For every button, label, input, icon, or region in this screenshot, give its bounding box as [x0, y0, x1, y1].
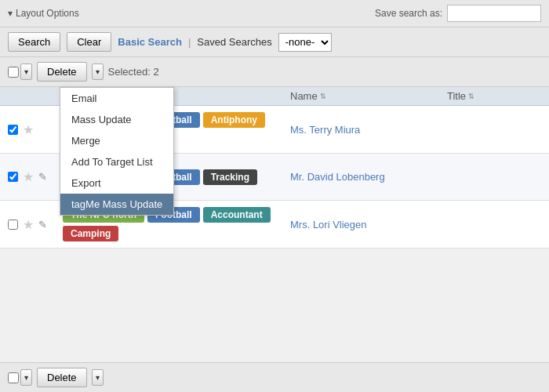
- save-search-area: Save search as:: [375, 5, 541, 22]
- person-name-link[interactable]: Mr. David Lobenberg: [290, 171, 385, 183]
- edit-icon[interactable]: ✎: [38, 171, 47, 183]
- row-check-cell: ★✎: [8, 217, 63, 232]
- saved-searches-label: Saved Searches: [197, 36, 271, 48]
- tag-item[interactable]: Tracking: [203, 169, 257, 185]
- delete-button[interactable]: Delete: [37, 62, 87, 82]
- bottom-delete-button[interactable]: Delete: [37, 368, 87, 387]
- th-title-sort[interactable]: ⇅: [468, 93, 474, 100]
- bottom-bar: ▾ Delete ▾: [0, 362, 549, 392]
- layout-options-label: Layout Options: [16, 8, 79, 19]
- person-name-link[interactable]: Ms. Terry Miura: [290, 124, 360, 136]
- saved-searches-select[interactable]: -none-: [278, 33, 332, 52]
- tag-item[interactable]: Accountant: [203, 207, 271, 223]
- person-name-link[interactable]: Mrs. Lori Vliegen: [290, 219, 367, 230]
- star-icon[interactable]: ★: [23, 169, 34, 184]
- row-checkbox[interactable]: [8, 220, 18, 230]
- row-name-cell: Mrs. Lori Vliegen: [290, 219, 447, 230]
- row-check-cell: ★: [8, 122, 63, 137]
- th-name-label: Name: [290, 90, 318, 102]
- th-title-label: Title: [447, 90, 466, 102]
- th-name-sort[interactable]: ⇅: [320, 93, 326, 100]
- selected-count: Selected: 2: [108, 66, 159, 78]
- select-all-checkbox[interactable]: [8, 67, 19, 78]
- clear-button[interactable]: Clear: [67, 32, 111, 52]
- separator: |: [188, 36, 191, 48]
- menu-item-email[interactable]: Email: [60, 88, 173, 109]
- row-check-cell: ★✎: [8, 169, 63, 184]
- menu-item-export[interactable]: Export: [60, 172, 173, 194]
- star-icon[interactable]: ★: [23, 122, 34, 137]
- dropdown-menu: Email Mass Update Merge Add To Target Li…: [60, 87, 174, 216]
- basic-search-link[interactable]: Basic Search: [118, 36, 182, 48]
- th-name: Name ⇅: [290, 90, 447, 102]
- menu-item-mass-update[interactable]: Mass Update: [60, 109, 173, 130]
- bottom-delete-arrow[interactable]: ▾: [92, 369, 104, 386]
- layout-options: ▾ Layout Options: [8, 8, 79, 19]
- edit-icon[interactable]: ✎: [38, 219, 47, 230]
- save-search-label: Save search as:: [375, 8, 442, 19]
- delete-dropdown-arrow[interactable]: ▾: [92, 64, 104, 80]
- bottom-select-checkbox[interactable]: [8, 372, 19, 383]
- menu-item-add-target[interactable]: Add To Target List: [60, 151, 173, 172]
- row-name-cell: Ms. Terry Miura: [290, 124, 447, 136]
- bottom-select-wrapper[interactable]: ▾: [8, 369, 32, 386]
- menu-item-merge[interactable]: Merge: [60, 130, 173, 151]
- row-name-cell: Mr. David Lobenberg: [290, 171, 447, 183]
- row-checkbox[interactable]: [8, 172, 18, 182]
- toolbar: ▾ Delete ▾ Selected: 2 Email Mass Update…: [0, 57, 549, 87]
- layout-arrow-icon: ▾: [8, 8, 13, 19]
- row-checkbox[interactable]: [8, 125, 18, 135]
- tag-item[interactable]: Antiphony: [203, 112, 265, 128]
- search-button[interactable]: Search: [8, 32, 60, 52]
- select-dropdown-arrow[interactable]: ▾: [20, 64, 32, 80]
- bottom-select-arrow[interactable]: ▾: [20, 369, 32, 386]
- tag-item[interactable]: Camping: [63, 226, 118, 241]
- search-bar: Search Clear Basic Search | Saved Search…: [0, 27, 549, 57]
- select-all-wrapper[interactable]: ▾: [8, 64, 32, 80]
- top-bar: ▾ Layout Options Save search as:: [0, 0, 549, 27]
- save-search-input[interactable]: [447, 5, 541, 22]
- star-icon[interactable]: ★: [23, 217, 34, 232]
- menu-item-tagme[interactable]: tagMe Mass Update: [60, 194, 173, 215]
- th-title: Title ⇅: [447, 90, 541, 102]
